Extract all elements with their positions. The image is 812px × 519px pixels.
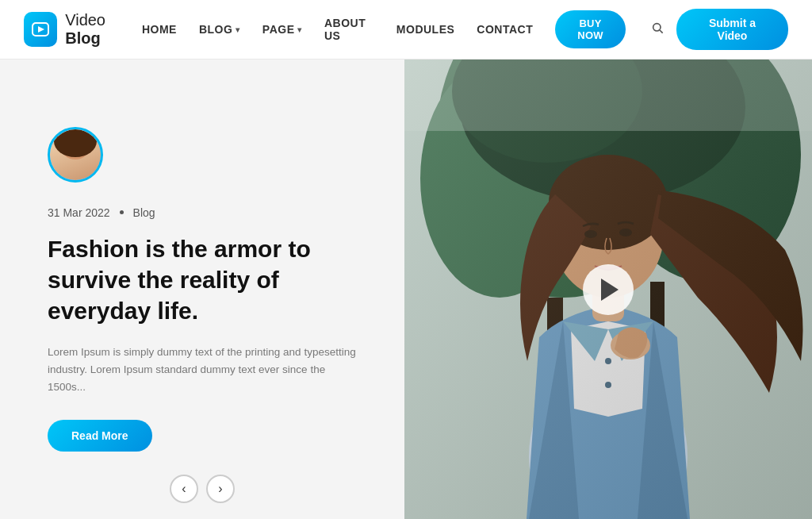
nav-page-label: PAGE [262, 23, 295, 36]
page-dropdown-arrow: ▾ [297, 25, 302, 34]
logo-text-light: Video [65, 11, 105, 29]
video-play-button[interactable] [583, 264, 634, 315]
search-icon [651, 21, 664, 34]
meta-separator [120, 210, 124, 214]
svg-marker-1 [38, 26, 44, 33]
author-avatar [48, 127, 103, 183]
article-excerpt: Lorem Ipsum is simply dummy text of the … [48, 344, 357, 397]
article-date: 31 Mar 2022 [48, 206, 110, 219]
main-nav: HOME BLOG ▾ PAGE ▾ ABOUT US MODULES CONT… [142, 10, 667, 48]
article-category: Blog [133, 206, 155, 219]
svg-point-2 [653, 24, 661, 31]
play-logo-icon [31, 20, 50, 39]
buy-now-button[interactable]: BUY NOW [555, 10, 626, 48]
nav-about[interactable]: ABOUT US [324, 17, 374, 42]
next-arrow[interactable]: › [206, 475, 235, 503]
play-triangle-icon [601, 279, 619, 301]
logo-text-bold: Blog [65, 29, 100, 47]
read-more-button[interactable]: Read More [48, 420, 152, 452]
nav-modules-label: MODULES [396, 23, 455, 36]
nav-contact-label: CONTACT [477, 23, 533, 36]
avatar-face [50, 129, 101, 180]
nav-about-label: ABOUT US [324, 17, 374, 42]
blog-dropdown-arrow: ▾ [236, 25, 240, 34]
search-button[interactable] [648, 18, 667, 40]
slider-arrows: ‹ › [170, 475, 235, 503]
right-panel [404, 60, 812, 519]
nav-blog-label: BLOG [199, 23, 232, 36]
nav-blog[interactable]: BLOG ▾ [199, 23, 240, 36]
left-panel: 31 Mar 2022 Blog Fashion is the armor to… [0, 60, 404, 519]
logo-icon [24, 12, 57, 47]
main-content: 31 Mar 2022 Blog Fashion is the armor to… [0, 60, 812, 519]
article-meta: 31 Mar 2022 Blog [48, 206, 357, 219]
submit-video-button[interactable]: Submit a Video [676, 9, 788, 50]
svg-line-3 [660, 30, 663, 33]
nav-page[interactable]: PAGE ▾ [262, 23, 302, 36]
nav-home-label: HOME [142, 23, 177, 36]
prev-arrow[interactable]: ‹ [170, 475, 198, 503]
article-title: Fashion is the armor to survive the real… [48, 233, 357, 326]
nav-modules[interactable]: MODULES [396, 23, 455, 36]
nav-contact[interactable]: CONTACT [477, 23, 533, 36]
nav-home[interactable]: HOME [142, 23, 177, 36]
logo[interactable]: Video Blog [24, 11, 142, 48]
logo-text: Video Blog [65, 11, 142, 48]
header: Video Blog HOME BLOG ▾ PAGE ▾ ABOUT US M… [0, 0, 812, 60]
